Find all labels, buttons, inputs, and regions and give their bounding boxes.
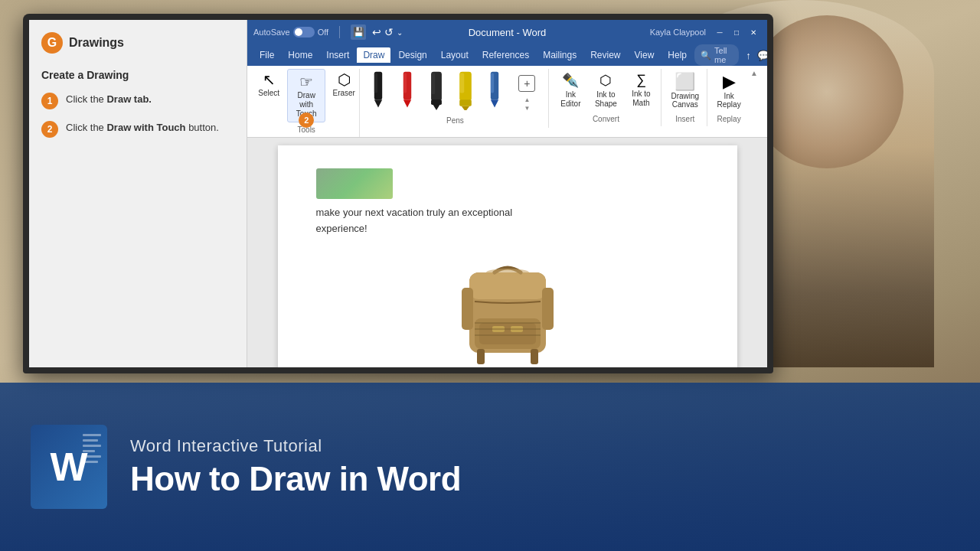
convert-group-label: Convert [593, 115, 619, 123]
document-page: make your next vacation truly an excepti… [278, 145, 737, 367]
ribbon-convert-group: ✒️ InkEditor ⬡ Ink toShape ∑ Ink toMath [550, 69, 662, 126]
menu-view[interactable]: View [629, 47, 661, 63]
insert-group-label: Insert [675, 115, 694, 123]
autosave-label: AutoSave [253, 28, 290, 37]
backpack-container [316, 249, 699, 367]
comment-icon[interactable]: 💬 [757, 48, 767, 62]
doc-text: make your next vacation truly an excepti… [316, 205, 699, 237]
ribbon-content: ↖ Select ☞ Draw with Touch 2 [253, 69, 761, 137]
save-icon[interactable]: 💾 [351, 24, 366, 40]
monitor: G Drawings Create a Drawing 1 Click the … [23, 14, 773, 373]
step-1-text: Click the Draw tab. [66, 92, 152, 107]
close-button[interactable]: ✕ [746, 25, 761, 39]
svg-rect-5 [403, 73, 407, 93]
svg-rect-24 [531, 349, 538, 364]
select-icon: ↖ [263, 72, 276, 87]
autosave-toggle[interactable] [293, 27, 315, 37]
svg-point-30 [486, 269, 529, 276]
menu-layout[interactable]: Layout [435, 47, 475, 63]
ribbon-insert-group: ⬜ DrawingCanvas Insert [663, 69, 707, 126]
select-button[interactable]: ↖ Select [252, 69, 286, 122]
add-pen-button[interactable]: + [510, 72, 544, 95]
backpack-image [458, 249, 557, 367]
word-logo-letter: W [50, 444, 87, 490]
svg-rect-7 [431, 99, 442, 105]
svg-rect-18 [469, 272, 546, 299]
ink-shape-button[interactable]: ⬡ Ink toShape [589, 69, 622, 112]
menu-insert[interactable]: Insert [320, 47, 355, 63]
drawing-canvas-icon: ⬜ [675, 72, 695, 92]
pen-red[interactable] [394, 69, 421, 112]
share-icon[interactable]: ↑ [742, 48, 754, 62]
ribbon-tools-group: ↖ Select ☞ Draw with Touch 2 [253, 69, 360, 137]
svg-marker-1 [374, 99, 382, 107]
draw-touch-icon: ☞ [299, 73, 313, 91]
undo-icon[interactable]: ↩ [372, 26, 381, 38]
bottom-content: W Word Interactive Tutorial How to Draw … [0, 383, 980, 551]
drawing-canvas-button[interactable]: ⬜ DrawingCanvas [666, 69, 704, 112]
ink-math-label: Ink toMath [632, 90, 650, 108]
replay-group-label: Replay [717, 115, 741, 123]
menu-references[interactable]: References [476, 47, 535, 63]
ink-shape-label: Ink toShape [595, 90, 617, 109]
pens-scroll-down[interactable]: ▼ [524, 105, 530, 112]
select-label: Select [258, 89, 279, 98]
pen-marker-dark[interactable] [423, 69, 450, 112]
maximize-button[interactable]: □ [729, 25, 744, 39]
menu-design[interactable]: Design [392, 47, 433, 63]
svg-rect-22 [479, 323, 536, 344]
word-app: AutoSave Off 💾 ↩ ↺ ⌄ Document - Word Kay… [247, 20, 767, 367]
pens-scroll-up[interactable]: ▲ [524, 96, 530, 103]
bottom-text: Word Interactive Tutorial How to Draw in… [130, 436, 461, 497]
ribbon-scroll: ▲ [750, 69, 761, 77]
ink-editor-button[interactable]: ✒️ InkEditor [554, 69, 587, 112]
menu-file[interactable]: File [253, 47, 280, 63]
menu-help[interactable]: Help [662, 47, 693, 63]
menu-review[interactable]: Review [584, 47, 626, 63]
tell-me-box[interactable]: 🔍 Tell me [694, 44, 739, 66]
ribbon-replay-group: ▶ InkReplay Replay [709, 69, 749, 126]
menu-mailings[interactable]: Mailings [537, 47, 583, 63]
draw-with-touch-button[interactable]: ☞ Draw with Touch 2 [287, 69, 325, 122]
svg-marker-15 [491, 99, 498, 107]
menu-draw[interactable]: Draw [357, 47, 390, 63]
ink-replay-button[interactable]: ▶ InkReplay [712, 69, 746, 112]
svg-rect-20 [542, 288, 554, 330]
step2-floating-badge: 2 [299, 112, 314, 128]
step-2: 2 Click the Draw with Touch button. [41, 120, 234, 138]
window-controls: ─ □ ✕ [712, 25, 761, 39]
tutorial-subtitle: Word Interactive Tutorial [130, 436, 461, 456]
bottom-overlay: W Word Interactive Tutorial How to Draw … [0, 383, 980, 551]
minimize-button[interactable]: ─ [712, 25, 727, 39]
tutorial-main-title: How to Draw in Word [130, 461, 461, 497]
step-1: 1 Click the Draw tab. [41, 92, 234, 109]
monitor-screen: G Drawings Create a Drawing 1 Click the … [29, 20, 767, 367]
menu-home[interactable]: Home [282, 47, 318, 63]
title-bar-left: AutoSave Off 💾 ↩ ↺ ⌄ [253, 24, 403, 40]
ink-shape-icon: ⬡ [599, 72, 612, 89]
user-name: Kayla Claypool [650, 28, 706, 37]
document-area: make your next vacation truly an excepti… [247, 138, 767, 367]
doc-image-partial [316, 168, 393, 199]
svg-rect-23 [477, 349, 485, 364]
tutorial-sidebar: G Drawings Create a Drawing 1 Click the … [29, 20, 247, 367]
pen-black[interactable] [364, 69, 392, 112]
ink-editor-icon: ✒️ [562, 72, 579, 89]
undo-area: ↩ ↺ ⌄ [372, 26, 403, 38]
ribbon-scroll-up[interactable]: ▲ [750, 69, 758, 77]
eraser-button[interactable]: ⬡ Eraser [327, 69, 361, 122]
tell-me-label: Tell me [714, 46, 733, 64]
redo-icon[interactable]: ↺ [384, 26, 394, 38]
ink-math-button[interactable]: ∑ Ink toMath [624, 69, 658, 112]
pen-highlighter-yellow[interactable] [452, 69, 479, 112]
step-1-badge: 1 [41, 93, 58, 109]
pen-blue[interactable] [481, 69, 508, 112]
ribbon-pens-group: + ▲ ▼ Pens [361, 69, 549, 128]
more-icon[interactable]: ⌄ [397, 28, 403, 37]
step-2-text: Click the Draw with Touch button. [66, 120, 219, 135]
pens-group-label: Pens [364, 116, 545, 128]
svg-rect-16 [491, 73, 494, 93]
svg-marker-12 [462, 106, 469, 110]
ink-math-icon: ∑ [636, 72, 646, 88]
drawing-canvas-label: DrawingCanvas [671, 92, 699, 109]
